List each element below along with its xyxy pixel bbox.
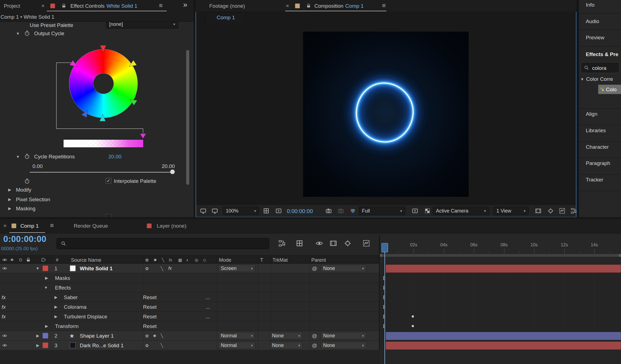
eye-icon[interactable] [2, 333, 7, 338]
property-group-name[interactable]: Effects [55, 285, 71, 290]
cycle-repetitions-slider-knob[interactable] [170, 169, 175, 174]
hide-shy-layers-icon[interactable] [315, 239, 323, 247]
work-area-start-handle[interactable] [380, 254, 382, 257]
layer-row-1[interactable]: ▼ 1 White Solid 1 ✿ ╲ fx Screen ▾ @ None… [0, 264, 380, 273]
snapshot-camera-icon[interactable] [325, 208, 332, 214]
tab-effect-controls[interactable]: Effect Controls White Solid 1 [70, 3, 137, 9]
parent-pickwhip-icon[interactable]: @ [312, 266, 317, 271]
panel-tab-info[interactable]: Info [586, 2, 595, 8]
column-trkmat-t[interactable]: T [260, 258, 263, 263]
property-group-name[interactable]: Transform [55, 324, 79, 329]
effects-group-collapse-icon[interactable]: ▼ [580, 77, 584, 81]
shy-toggle-icon[interactable]: ✿ [145, 343, 149, 348]
effects-group-label[interactable]: Color Corre [586, 76, 613, 82]
masking-collapse-icon[interactable]: ▶ [8, 206, 11, 210]
panel-tab-preview[interactable]: Preview [586, 35, 604, 41]
effect-row-colorama[interactable]: fx ▶ Colorama Reset ... [0, 302, 380, 312]
effect-controls-scrollbar[interactable] [186, 50, 189, 185]
tab-composition[interactable]: Composition Comp 1 [314, 3, 364, 9]
layer-name[interactable]: White Solid 1 [80, 266, 112, 271]
trkmat-select[interactable]: None ▾ [270, 342, 303, 349]
cycle-repetitions-slider-track[interactable] [30, 172, 174, 173]
fx-toggle-icon[interactable]: fx [168, 266, 172, 271]
quality-toggle-icon[interactable]: ╲ [161, 334, 163, 338]
playhead-line[interactable] [384, 252, 385, 364]
layer-name[interactable]: Dark Ro...e Solid 1 [80, 343, 123, 348]
timeline-button-icon[interactable] [559, 208, 565, 214]
panel-menu-icon[interactable]: ≡ [50, 222, 54, 229]
panel-tab-effects-presets[interactable]: Effects & Pre [586, 51, 621, 57]
eye-icon[interactable] [2, 343, 7, 348]
blend-mode-select[interactable]: Normal ▾ [218, 342, 255, 349]
tab-project[interactable]: Project [4, 3, 20, 9]
effects-search-value[interactable]: colora [592, 65, 606, 71]
group-modify[interactable]: Modify [16, 187, 31, 192]
reset-link[interactable]: Reset [143, 324, 157, 329]
property-row-transform[interactable]: ▶ Transform Reset [0, 321, 380, 331]
parent-pickwhip-icon[interactable]: @ [312, 333, 317, 338]
overflow-icon[interactable]: » [183, 1, 187, 9]
motion-blur-icon[interactable] [344, 239, 351, 247]
layer-bar-2[interactable] [386, 332, 621, 340]
panel-tab-audio[interactable]: Audio [586, 18, 599, 24]
trkmat-select[interactable]: None ▾ [270, 332, 303, 340]
keyframe-dot[interactable] [412, 325, 414, 327]
effects-search-box[interactable]: colora [581, 62, 619, 73]
twirl-right-icon[interactable]: ▶ [54, 305, 57, 309]
frame-blending-icon[interactable] [329, 239, 337, 247]
parent-pickwhip-icon[interactable]: @ [312, 343, 317, 348]
property-group-name[interactable]: Masks [55, 275, 70, 281]
cycle-repetitions-collapse-icon[interactable]: ▼ [16, 155, 20, 159]
panel-splitter[interactable] [379, 235, 380, 364]
quality-toggle-icon[interactable]: ╲ [161, 266, 163, 271]
label-color-chip[interactable] [43, 266, 48, 271]
composition-canvas[interactable] [303, 32, 469, 197]
options-link[interactable]: ... [206, 314, 210, 319]
work-area-bar[interactable] [380, 254, 621, 257]
panel-menu-icon[interactable]: ≡ [159, 2, 163, 9]
view-layout-select[interactable]: 1 View ▾ [493, 207, 529, 215]
options-link[interactable]: ... [206, 295, 210, 300]
blend-mode-select[interactable]: Screen ▾ [218, 265, 255, 272]
parent-select[interactable]: None ▾ [321, 342, 366, 349]
palette-gradient-bar[interactable] [63, 139, 144, 148]
stopwatch-icon[interactable] [24, 30, 30, 36]
twirl-right-icon[interactable]: ▶ [45, 276, 48, 280]
composition-mini-flow-icon[interactable] [278, 239, 286, 247]
effect-row-saber[interactable]: fx ▶ Saber Reset ... [0, 293, 380, 302]
shy-toggle-icon[interactable]: ✿ [145, 266, 149, 271]
timeline-search-box[interactable] [57, 238, 269, 249]
output-cycle-collapse-icon[interactable]: ▼ [16, 32, 20, 35]
lock-icon[interactable] [306, 3, 311, 8]
reset-link[interactable]: Reset [143, 295, 157, 300]
close-icon[interactable]: × [41, 3, 45, 9]
twirl-right-icon[interactable]: ▶ [45, 324, 48, 328]
camera-select[interactable]: Active Camera ▾ [433, 207, 489, 215]
layer-row-2[interactable]: ▶ 2 ★ Shape Layer 1 ✿ ✸ ╲ Normal ▾ None … [0, 331, 380, 341]
label-color-chip[interactable] [43, 333, 48, 338]
group-masking[interactable]: Masking [16, 206, 35, 211]
close-icon[interactable]: × [286, 3, 289, 9]
viewer-tab-comp1[interactable]: Comp 1 [205, 12, 246, 23]
grid-guides-icon[interactable] [263, 208, 270, 214]
layer-name[interactable]: Shape Layer 1 [80, 333, 114, 338]
effect-name[interactable]: Colorama [64, 304, 86, 310]
property-row-masks[interactable]: ▶ Masks [0, 273, 380, 283]
preview-monitor-icon[interactable] [211, 208, 218, 214]
transparency-grid-icon[interactable] [424, 208, 431, 214]
current-timecode[interactable]: 0:00:00:00 [3, 235, 46, 243]
modify-collapse-icon[interactable]: ▶ [8, 188, 11, 192]
twirl-right-icon[interactable]: ▶ [54, 315, 57, 318]
layer-bar-1[interactable] [386, 264, 621, 273]
stopwatch-icon[interactable] [24, 153, 30, 159]
keyframe-dot[interactable] [412, 315, 414, 318]
tab-render-queue[interactable]: Render Queue [74, 223, 108, 228]
graph-editor-icon[interactable] [362, 239, 370, 247]
label-color-chip[interactable] [43, 343, 48, 348]
twirl-right-icon[interactable]: ▶ [36, 334, 39, 338]
panel-tab-align[interactable]: Align [586, 111, 597, 117]
group-pixel-selection[interactable]: Pixel Selection [16, 197, 50, 202]
layer-row-3[interactable]: ▶ 3 Dark Ro...e Solid 1 ✿ ╲ Normal ▾ Non… [0, 341, 380, 350]
collapse-toggle-icon[interactable]: ✸ [153, 334, 156, 338]
stopwatch-icon[interactable] [24, 178, 30, 184]
